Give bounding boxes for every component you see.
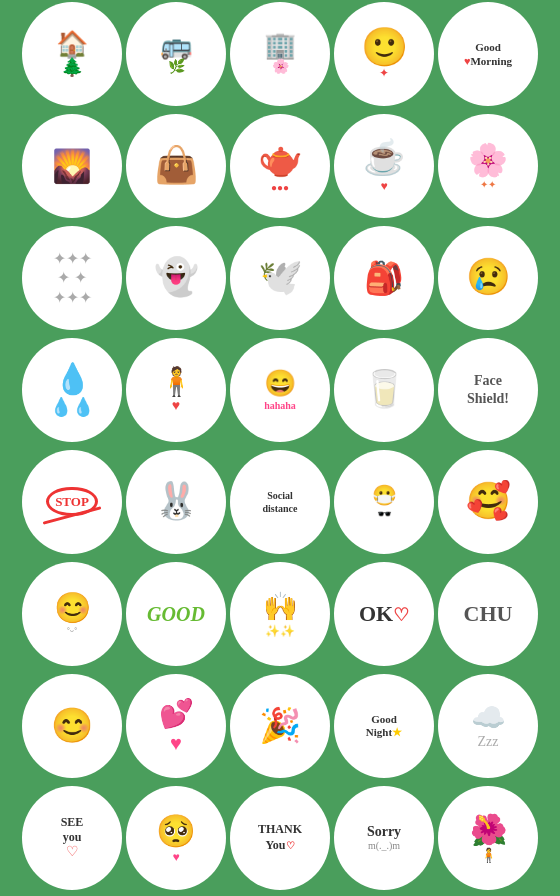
sticker-29[interactable]: OK♡ bbox=[334, 562, 434, 666]
sticker-2[interactable]: 🚌 🌿 bbox=[126, 2, 226, 106]
sticker-19-icon: 🥛 bbox=[362, 368, 407, 411]
sticker-30[interactable]: CHU bbox=[438, 562, 538, 666]
sticker-9-icon: ☕ bbox=[363, 138, 405, 179]
sticker-13[interactable]: 🕊️ bbox=[230, 226, 330, 330]
sticker-24-sub: 🕶️ bbox=[377, 507, 392, 521]
sticker-1-icon: 🏠 bbox=[56, 32, 88, 58]
sticker-1-sub: 🌲 bbox=[61, 58, 83, 76]
sticker-1[interactable]: 🏠 🌲 bbox=[22, 2, 122, 106]
sticker-13-icon: 🕊️ bbox=[258, 256, 303, 299]
sticker-31-icon: 😊 bbox=[51, 706, 93, 747]
sticker-29-text: OK♡ bbox=[359, 601, 409, 627]
sticker-22-icon: 🐰 bbox=[154, 480, 199, 523]
sticker-28-sub: ✨✨ bbox=[265, 624, 295, 638]
sticker-37-icon: 🥺 bbox=[156, 812, 196, 850]
sticker-36-text: SEEyou bbox=[61, 815, 84, 844]
sticker-16-sub: 💧💧 bbox=[50, 397, 94, 419]
sticker-34[interactable]: GoodNight★ bbox=[334, 674, 434, 778]
sticker-40[interactable]: 🌺 🧍 bbox=[438, 786, 538, 890]
sticker-16[interactable]: 💧 💧💧 bbox=[22, 338, 122, 442]
sticker-18-text: hahaha bbox=[264, 400, 296, 412]
sticker-40-sub: 🧍 bbox=[480, 848, 497, 865]
sticker-8-dot: ●●● bbox=[271, 182, 289, 194]
sticker-27[interactable]: GOOD bbox=[126, 562, 226, 666]
sticker-16-icon: 💧 bbox=[54, 361, 91, 397]
sticker-11-sparkles: ✦✦✦✦ ✦✦✦✦ bbox=[53, 249, 92, 307]
sticker-8[interactable]: 🫖 ●●● bbox=[230, 114, 330, 218]
sticker-9[interactable]: ☕ ♥ bbox=[334, 114, 434, 218]
sticker-21[interactable]: STOP bbox=[22, 450, 122, 554]
sticker-28[interactable]: 🙌 ✨✨ bbox=[230, 562, 330, 666]
sticker-39-text: Sorry bbox=[367, 824, 401, 841]
sticker-20[interactable]: FaceShield! bbox=[438, 338, 538, 442]
sticker-26-sub: ˚ᵕ˚ bbox=[67, 626, 78, 638]
sticker-24[interactable]: 😷 🕶️ bbox=[334, 450, 434, 554]
sticker-38-text: THANKYou♡ bbox=[258, 822, 302, 853]
sticker-10[interactable]: 🌸 ✦✦ bbox=[438, 114, 538, 218]
sticker-19[interactable]: 🥛 bbox=[334, 338, 434, 442]
sticker-2-icon: 🚌 bbox=[160, 33, 192, 59]
sticker-36[interactable]: SEEyou ♡ bbox=[22, 786, 122, 890]
sticker-2-sub: 🌿 bbox=[168, 59, 185, 76]
sticker-4-face: 🙂 bbox=[361, 28, 408, 66]
sticker-31[interactable]: 😊 bbox=[22, 674, 122, 778]
sticker-5[interactable]: Good♥Morning bbox=[438, 2, 538, 106]
sticker-39-sub: m(._.)m bbox=[368, 840, 400, 852]
sticker-8-icon: 🫖 bbox=[258, 138, 303, 181]
sticker-33-icon: 🎉 bbox=[259, 706, 301, 747]
sticker-14-icon: 🎒 bbox=[364, 259, 404, 297]
sticker-21-stop: STOP bbox=[42, 487, 102, 518]
sticker-3[interactable]: 🏢 🌸 bbox=[230, 2, 330, 106]
sticker-34-text: GoodNight★ bbox=[366, 713, 402, 739]
sticker-27-text: GOOD bbox=[147, 602, 205, 626]
sticker-35[interactable]: ☁️ Zzz bbox=[438, 674, 538, 778]
sticker-15-icon: 😢 bbox=[466, 256, 511, 299]
sticker-10-icon: 🌸 bbox=[468, 141, 508, 179]
sticker-7-icon: 👜 bbox=[154, 144, 199, 187]
sticker-39[interactable]: Sorry m(._.)m bbox=[334, 786, 434, 890]
sticker-26-face: 😊 bbox=[54, 590, 91, 626]
sticker-17[interactable]: 🧍 ♥ bbox=[126, 338, 226, 442]
sticker-25[interactable]: 🥰 bbox=[438, 450, 538, 554]
sticker-37-hearts: ♥ bbox=[172, 850, 179, 864]
sticker-32[interactable]: 💕 ♥ bbox=[126, 674, 226, 778]
sticker-6-icon: 🌄 bbox=[52, 147, 92, 185]
sticker-26[interactable]: 😊 ˚ᵕ˚ bbox=[22, 562, 122, 666]
sticker-17-icon: 🧍 bbox=[159, 365, 194, 399]
sticker-14[interactable]: 🎒 bbox=[334, 226, 434, 330]
sticker-23-text: Socialdistance bbox=[263, 489, 298, 515]
sticker-17-heart: ♥ bbox=[172, 398, 180, 415]
sticker-40-icon: 🌺 bbox=[470, 812, 507, 848]
sticker-12[interactable]: 👻 bbox=[126, 226, 226, 330]
sticker-38[interactable]: THANKYou♡ bbox=[230, 786, 330, 890]
sticker-11[interactable]: ✦✦✦✦ ✦✦✦✦ bbox=[22, 226, 122, 330]
sticker-23[interactable]: Socialdistance bbox=[230, 450, 330, 554]
sticker-3-sub: 🌸 bbox=[272, 59, 289, 76]
sticker-35-zzz: Zzz bbox=[478, 734, 499, 751]
sticker-9-heart: ♥ bbox=[380, 179, 387, 193]
sticker-20-text: FaceShield! bbox=[467, 372, 509, 408]
sticker-7[interactable]: 👜 bbox=[126, 114, 226, 218]
sticker-grid: 🏠 🌲 🚌 🌿 🏢 🌸 🙂 ✦ Good♥Morning 🌄 � bbox=[14, 0, 546, 896]
sticker-10-dots: ✦✦ bbox=[480, 179, 496, 191]
sticker-32-icon: 💕 bbox=[159, 697, 194, 731]
sticker-22[interactable]: 🐰 bbox=[126, 450, 226, 554]
sticker-4[interactable]: 🙂 ✦ bbox=[334, 2, 434, 106]
sticker-33[interactable]: 🎉 bbox=[230, 674, 330, 778]
sticker-18-face: 😄 bbox=[264, 368, 296, 399]
sticker-6[interactable]: 🌄 bbox=[22, 114, 122, 218]
sticker-18[interactable]: 😄 hahaha bbox=[230, 338, 330, 442]
sticker-37[interactable]: 🥺 ♥ bbox=[126, 786, 226, 890]
sticker-4-heart: ✦ bbox=[379, 66, 389, 80]
sticker-32-heart: ♥ bbox=[170, 731, 182, 755]
sticker-25-icon: 🥰 bbox=[466, 480, 511, 523]
sticker-35-cloud: ☁️ bbox=[471, 701, 506, 735]
sticker-24-icon: 😷 bbox=[372, 483, 397, 507]
sticker-15[interactable]: 😢 bbox=[438, 226, 538, 330]
sticker-28-icon: 🙌 bbox=[263, 590, 298, 624]
sticker-5-text: Good♥Morning bbox=[464, 40, 512, 69]
sticker-3-icon: 🏢 bbox=[264, 33, 296, 59]
sticker-36-heart: ♡ bbox=[66, 844, 79, 861]
sticker-30-text: CHU bbox=[464, 601, 513, 627]
sticker-12-icon: 👻 bbox=[154, 256, 199, 299]
